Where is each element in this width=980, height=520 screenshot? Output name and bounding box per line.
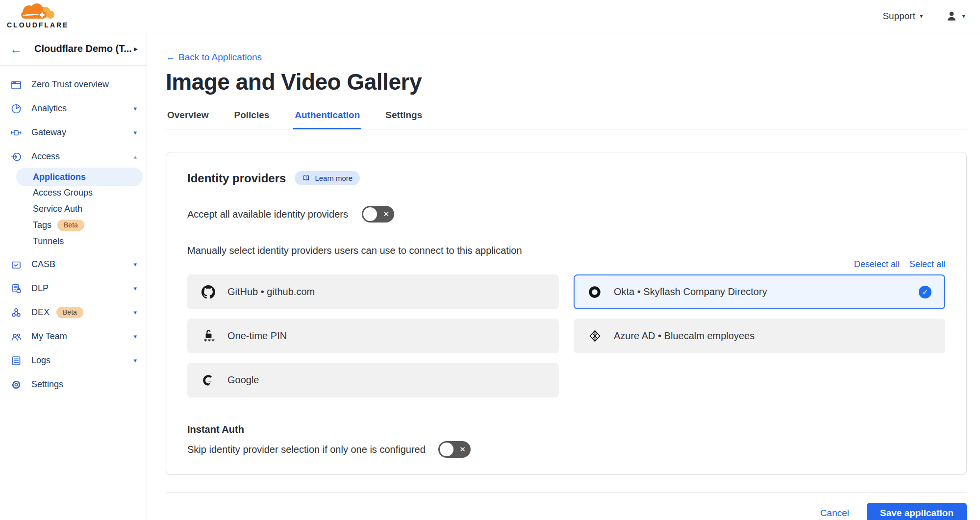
back-arrow-icon: ← [166,52,175,63]
chevron-down-icon: ▾ [920,12,923,20]
brand-text: CLOUDFLARE [7,22,69,28]
sidebar-item-logs[interactable]: Logs ▾ [0,348,147,372]
instant-auth-label: Skip identity provider selection if only… [187,444,426,455]
caret-down-icon: ▾ [133,261,137,268]
caret-up-icon: ▴ [133,153,137,160]
sidebar-item-casb[interactable]: CASB ▾ [0,252,147,276]
identity-providers-card: Identity providers Learn more Accept all… [166,152,967,475]
accept-all-label: Accept all available identity providers [187,209,348,220]
network-nodes-icon [10,306,23,319]
gear-icon [10,378,23,391]
support-label: Support [882,11,915,22]
learn-more-chip[interactable]: Learn more [295,171,360,185]
provider-tile-one-time-pin[interactable]: **** One-time PIN [187,319,559,353]
instant-auth-toggle[interactable]: ✕ [438,441,471,458]
select-all-link[interactable]: Select all [909,259,945,270]
sidebar-item-applications[interactable]: Applications [16,168,143,186]
card-heading: Identity providers [187,172,286,185]
provider-label: Google [227,374,259,386]
sidebar-item-access[interactable]: Access ▴ [0,145,147,169]
google-icon [201,373,216,388]
back-to-applications-link[interactable]: ← Back to Applications [166,52,262,63]
sidebar-item-zero-trust-overview[interactable]: Zero Trust overview [0,73,147,97]
azure-ad-icon [587,329,602,344]
provider-tile-okta[interactable]: Okta • Skyflash Company Directory ✓ [574,274,945,309]
back-arrow-icon[interactable]: ← [10,43,23,55]
user-icon [945,10,958,23]
okta-icon [587,285,602,299]
accept-all-row: Accept all available identity providers … [187,206,945,223]
toggle-knob [440,443,453,456]
account-name: Cloudflare Demo (T... [34,43,134,54]
sidebar-item-access-groups[interactable]: Access Groups [16,185,143,201]
provider-tile-github[interactable]: GitHub • github.com [187,274,559,309]
selection-links-row: Deselect all Select all [187,259,945,270]
beta-badge: Beta [57,220,84,231]
sidebar-item-tags[interactable]: Tags Beta [16,217,143,233]
learn-more-label: Learn more [315,174,352,182]
one-time-pin-icon: **** [201,329,216,344]
sidebar-item-label: CASB [31,259,55,270]
provider-tile-google[interactable]: Google [187,363,559,397]
provider-label: GitHub • github.com [227,286,315,297]
save-application-button[interactable]: Save application [867,503,967,520]
sidebar-subitem-label: Tags [33,220,51,230]
provider-tile-azure-ad[interactable]: Azure AD • Bluecalm employees [574,319,945,353]
caret-down-icon: ▾ [133,129,137,136]
list-document-icon [10,354,23,367]
footer-actions: Cancel Save application [166,503,967,520]
cloudflare-logo[interactable]: CLOUDFLARE [7,3,69,28]
tab-authentication[interactable]: Authentication [293,107,361,129]
access-subitems: Applications Access Groups Service Auth … [0,168,147,249]
cancel-button[interactable]: Cancel [820,508,849,519]
sidebar: ← Cloudflare Demo (T... ▸ Zero Trust ove… [0,32,147,520]
login-arrow-icon [10,150,23,163]
sidebar-item-label: Gateway [31,127,66,138]
toggle-x-icon: ✕ [383,210,389,219]
book-icon [302,174,310,182]
page-title: Image and Video Gallery [166,69,967,95]
instant-auth-heading: Instant Auth [187,424,945,435]
box-check-icon [10,258,23,271]
sidebar-item-my-team[interactable]: My Team ▾ [0,324,147,348]
sidebar-item-label: Logs [31,355,50,366]
sidebar-item-label: DEX [31,307,50,318]
pie-chart-icon [10,102,23,115]
toggle-knob [363,207,377,221]
sidebar-item-label: Analytics [31,103,67,114]
user-menu[interactable]: ▾ [945,10,965,23]
sidebar-item-dex[interactable]: DEX Beta ▾ [0,300,147,324]
sidebar-item-dlp[interactable]: DLP ▾ [0,276,147,300]
gateway-icon [10,126,23,139]
tab-policies[interactable]: Policies [233,107,271,129]
tab-overview[interactable]: Overview [166,107,210,129]
sidebar-subitem-label: Tunnels [33,236,64,247]
manual-select-text: Manually select identity providers users… [187,245,945,256]
sidebar-subitem-label: Service Auth [33,204,82,214]
github-icon [201,285,216,299]
people-icon [10,330,23,343]
account-expand-icon[interactable]: ▸ [134,44,138,53]
sidebar-item-analytics[interactable]: Analytics ▾ [0,97,147,121]
support-menu[interactable]: Support ▾ [882,11,923,22]
cloudflare-cloud-icon [14,3,61,21]
tab-settings[interactable]: Settings [384,107,424,129]
sidebar-item-tunnels[interactable]: Tunnels [16,233,143,249]
beta-badge: Beta [56,307,83,318]
sidebar-item-service-auth[interactable]: Service Auth [16,201,143,217]
sidebar-item-settings[interactable]: Settings [0,372,147,396]
toggle-x-icon: ✕ [459,445,466,454]
provider-label: One-time PIN [227,330,287,342]
providers-grid: GitHub • github.com Okta • Skyflash Comp… [187,274,945,397]
provider-label: Okta • Skyflash Company Directory [614,286,767,297]
card-heading-row: Identity providers Learn more [187,171,945,185]
account-row: ← Cloudflare Demo (T... ▸ [0,32,147,66]
accept-all-toggle[interactable]: ✕ [362,206,394,223]
main-content: ← Back to Applications Image and Video G… [147,32,980,520]
sidebar-item-gateway[interactable]: Gateway ▾ [0,121,147,145]
sidebar-subitem-label: Applications [33,172,86,182]
caret-down-icon: ▾ [133,333,137,340]
deselect-all-link[interactable]: Deselect all [854,259,900,270]
sidebar-item-label: My Team [31,331,67,342]
caret-down-icon: ▾ [133,285,137,292]
